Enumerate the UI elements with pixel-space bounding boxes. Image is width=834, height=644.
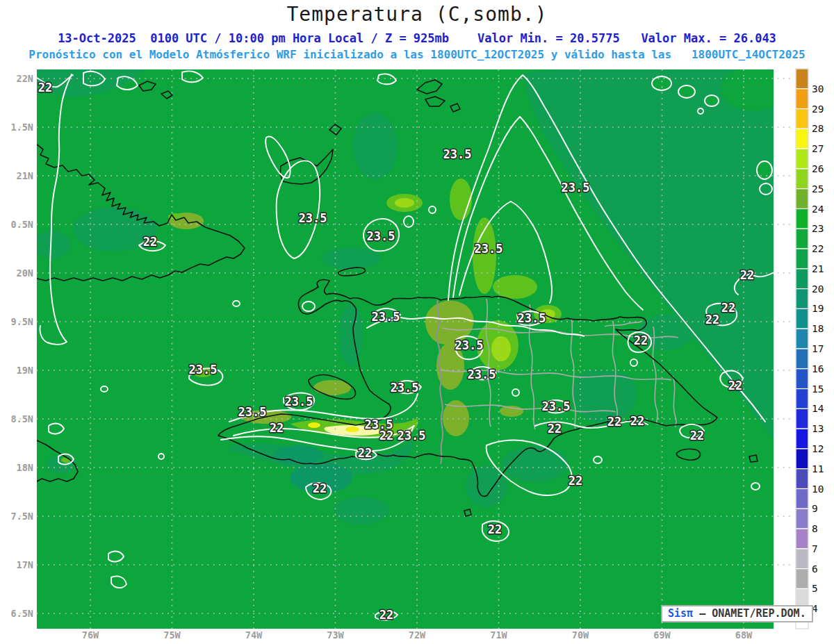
contour-label-23.5: 23.5 <box>542 399 571 413</box>
colorbar-tick-label: 5 <box>812 583 818 594</box>
colorbar-tick-label: 10 <box>812 484 824 495</box>
ellipse-shape <box>353 113 398 179</box>
weather-chart-page: Temperatura (C,somb.) 13-Oct-2025 0100 U… <box>0 0 834 644</box>
lon-axis-label: 71W <box>490 629 507 641</box>
ellipse-shape <box>345 427 359 432</box>
colorbar-tick-label: 12 <box>812 443 824 454</box>
contour-label-23.5: 23.5 <box>475 242 503 256</box>
colorbar-tick-label: 22 <box>812 243 824 254</box>
ellipse-shape <box>308 422 320 428</box>
lat-axis-label: 8.5N <box>10 413 33 424</box>
contour-label-22: 22 <box>379 429 393 443</box>
colorbar-segment <box>796 329 808 349</box>
contour-label-23.5: 23.5 <box>398 429 426 443</box>
colorbar-tick-label: 6 <box>812 563 818 575</box>
subtitle-validtime-minmax: 13-Oct-2025 0100 UTC / 10:00 pm Hora Loc… <box>0 31 834 45</box>
lat-axis-label: 7.5N <box>10 511 33 522</box>
ellipse-shape <box>275 445 323 465</box>
contour-label-22: 22 <box>379 608 393 622</box>
colorbar-segment <box>796 129 808 149</box>
contour-label-22: 22 <box>143 235 157 249</box>
colorbar-segment <box>796 529 808 549</box>
contour-label-23.5: 23.5 <box>518 311 546 325</box>
colorbar-tick-label: 26 <box>812 163 824 174</box>
ellipse-shape <box>395 198 414 208</box>
colorbar-tick-label: 18 <box>812 323 824 334</box>
colorbar-tick-label: 11 <box>812 463 824 474</box>
contour-label-23.5: 23.5 <box>285 395 313 408</box>
ellipse-shape <box>322 247 380 270</box>
contour-label-22: 22 <box>270 421 284 435</box>
page-title: Temperatura (C,somb.) <box>0 3 834 26</box>
contour-label-23.5: 23.5 <box>189 363 218 377</box>
contour-label-22: 22 <box>728 379 742 393</box>
ellipse-shape <box>339 304 363 366</box>
contour-label-23.5: 23.5 <box>443 147 472 161</box>
colorbar-segment <box>796 69 808 89</box>
lat-axis-label: 1.5N <box>10 122 33 133</box>
colorbar-segment <box>796 169 808 189</box>
contour-label-23.5: 23.5 <box>238 405 267 419</box>
colorbar-tick-label: 8 <box>812 523 818 534</box>
lon-axis-label: 74W <box>245 629 263 641</box>
colorbar-segment <box>796 389 808 409</box>
colorbar-segment <box>796 109 808 129</box>
colorbar-tick-label: 15 <box>812 383 824 395</box>
colorbar-segment <box>796 308 808 329</box>
contour-label-22: 22 <box>313 481 327 495</box>
colorbar-tick-label: 23 <box>812 223 824 234</box>
contour-label-22: 22 <box>740 268 754 282</box>
ellipse-shape <box>491 336 511 361</box>
contour-label-22: 22 <box>607 415 621 429</box>
lat-axis-label: 6.5N <box>10 608 33 619</box>
lon-axis-label: 73W <box>327 629 344 641</box>
colorbar-tick-label: 13 <box>812 423 824 434</box>
colorbar-segment <box>796 549 808 569</box>
ellipse-shape <box>34 231 70 258</box>
colorbar-segment <box>796 209 808 229</box>
contour-label-23.5: 23.5 <box>455 338 484 352</box>
colorbar-tick-label: 20 <box>812 283 824 295</box>
lon-axis-label: 68W <box>735 629 753 641</box>
colorbar-segment <box>796 229 808 249</box>
colorbar-segment <box>796 249 808 269</box>
colorbar-tick-label: 21 <box>812 263 824 274</box>
subtitle-model-run: Pronóstico con el Modelo Atmósferico WRF… <box>0 48 834 61</box>
colorbar-tick-label: 25 <box>812 183 824 195</box>
colorbar-segment <box>796 469 808 489</box>
attribution-text: – ONAMET/REP.DOM. <box>693 607 806 620</box>
lat-axis-label: 20N <box>17 267 33 279</box>
colorbar-segment <box>796 449 808 469</box>
contour-label-23.5: 23.5 <box>367 229 395 243</box>
ellipse-shape <box>334 497 389 525</box>
ellipse-shape <box>450 179 472 220</box>
contour-label-23.5: 23.5 <box>372 310 400 324</box>
colorbar-tick-label: 28 <box>812 123 824 134</box>
contour-label-22: 22 <box>705 313 719 327</box>
colorbar-segment <box>796 289 808 309</box>
contour-label-22: 22 <box>38 81 52 94</box>
colorbar-segment <box>796 429 808 449</box>
colorbar-tick-label: 27 <box>812 143 824 154</box>
contour-label-22: 22 <box>548 422 562 436</box>
lon-axis-label: 72W <box>409 629 426 641</box>
colorbar-segment <box>796 489 808 509</box>
lon-axis-label: 69W <box>653 629 671 641</box>
colorbar-segment <box>796 349 808 369</box>
ellipse-shape <box>493 275 537 299</box>
lat-axis-label: 17N <box>17 559 33 570</box>
contour-label-22: 22 <box>569 474 582 488</box>
colorbar-segment <box>796 369 808 389</box>
contour-label-23.5: 23.5 <box>562 181 590 195</box>
ellipse-shape <box>502 446 569 482</box>
colorbar-tick-label: 7 <box>812 543 818 554</box>
attribution-badge: Sisπ – ONAMET/REP.DOM. <box>661 605 813 622</box>
colorbar-segment <box>796 408 808 429</box>
ellipse-shape <box>721 67 787 111</box>
lat-axis-label: 9.5N <box>10 316 33 327</box>
colorbar-tick-label: 24 <box>812 204 824 215</box>
contour-label-22: 22 <box>358 446 372 460</box>
colorbar-segment <box>796 189 808 209</box>
lon-axis-label: 76W <box>82 629 99 641</box>
colorbar-segment <box>796 569 808 589</box>
